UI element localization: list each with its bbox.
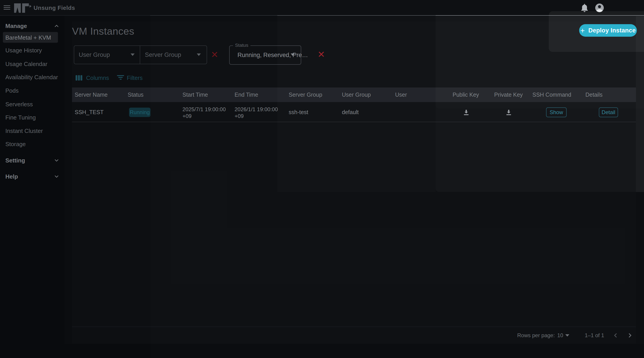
dropdown-arrow-icon bbox=[565, 334, 569, 336]
appbar-divider bbox=[0, 15, 150, 16]
sidebar-section-manage[interactable]: Manage bbox=[5, 23, 59, 30]
cell-server-group: ssh-test bbox=[289, 102, 308, 122]
table-row[interactable]: SSH_TEST Running 2025/7/1 19:00:00+09 20… bbox=[72, 102, 636, 122]
appbar-divider bbox=[436, 15, 644, 16]
user-avatar-icon[interactable] bbox=[594, 3, 605, 13]
filter-icon bbox=[117, 75, 124, 81]
sidebar: Manage BareMetal + KVM Usage History Usa… bbox=[0, 16, 64, 358]
column-header-details: Details bbox=[586, 88, 602, 102]
download-private-key-icon[interactable] bbox=[505, 108, 513, 116]
brand-logo-icon bbox=[14, 3, 32, 13]
server-group-select[interactable]: Server Group bbox=[145, 46, 181, 64]
content-card bbox=[72, 22, 636, 344]
column-header-user: User bbox=[395, 88, 407, 102]
table-header: Server Name Status Start Time End Time S… bbox=[72, 88, 636, 102]
status-select[interactable]: Running, Reserved, Pre… bbox=[238, 46, 308, 65]
previous-page-icon[interactable] bbox=[612, 332, 619, 339]
hamburger-menu-icon[interactable] bbox=[4, 5, 11, 11]
sidebar-item-usage-calendar[interactable]: Usage Calendar bbox=[5, 61, 59, 68]
sidebar-item-baremetal-kvm[interactable]: BareMetal + KVM bbox=[5, 34, 59, 41]
status-field-label: Status bbox=[233, 43, 250, 48]
column-header-server-name: Server Name bbox=[75, 88, 108, 102]
brand-name: Unsung Fields bbox=[34, 0, 75, 16]
page-title: VM Instances bbox=[72, 26, 134, 37]
sidebar-item-usage-history[interactable]: Usage History bbox=[5, 47, 59, 54]
cell-start-time: 2025/7/1 19:00:00+09 bbox=[182, 106, 226, 120]
appbar-divider bbox=[277, 15, 436, 16]
columns-button[interactable]: Columns bbox=[76, 73, 109, 82]
column-header-status: Status bbox=[128, 88, 144, 102]
column-header-ssh-command: SSH Command bbox=[532, 88, 571, 102]
pagination-range: 1–1 of 1 bbox=[585, 331, 604, 339]
dropdown-arrow-icon bbox=[197, 54, 201, 56]
dropdown-arrow-icon bbox=[291, 54, 295, 56]
cell-end-time: 2026/1/1 19:00:00+09 bbox=[234, 106, 278, 120]
filter-divider bbox=[140, 46, 140, 64]
filters-button[interactable]: Filters bbox=[117, 73, 143, 82]
vm-instances-page: Unsung Fields Manage BareMetal + KVM Usa… bbox=[0, 0, 644, 358]
dropdown-arrow-icon bbox=[130, 54, 134, 56]
appbar-divider bbox=[150, 15, 277, 16]
rows-per-page-select[interactable]: 10 bbox=[557, 331, 563, 339]
user-group-select[interactable]: User Group bbox=[79, 46, 110, 64]
pagination-divider bbox=[72, 327, 636, 327]
column-header-end-time: End Time bbox=[234, 88, 258, 102]
column-header-user-group: User Group bbox=[342, 88, 371, 102]
deploy-instance-label: Deploy Instance bbox=[588, 27, 636, 34]
next-page-icon[interactable] bbox=[626, 332, 633, 339]
chevron-up-icon bbox=[54, 23, 60, 29]
sidebar-item-instant-cluster[interactable]: Instant Cluster bbox=[5, 128, 59, 135]
rows-per-page-label: Rows per page: bbox=[517, 331, 555, 339]
cell-server-name: SSH_TEST bbox=[75, 102, 104, 122]
filters-button-label: Filters bbox=[127, 75, 143, 82]
detail-button[interactable]: Detail bbox=[599, 107, 618, 117]
sidebar-section-help[interactable]: Help bbox=[5, 173, 59, 180]
status-badge: Running bbox=[129, 108, 150, 117]
deploy-instance-button[interactable]: + Deploy Instance bbox=[579, 24, 637, 37]
sidebar-item-fine-tuning[interactable]: Fine Tuning bbox=[5, 114, 59, 121]
column-header-private-key: Private Key bbox=[494, 88, 523, 102]
sidebar-item-serverless[interactable]: Serverless bbox=[5, 101, 59, 108]
clear-group-filters-icon[interactable]: ✕ bbox=[211, 50, 218, 59]
clear-status-filter-icon[interactable]: ✕ bbox=[318, 50, 325, 59]
columns-button-label: Columns bbox=[86, 75, 109, 82]
columns-icon bbox=[76, 75, 83, 81]
notifications-bell-icon[interactable] bbox=[580, 3, 590, 13]
sidebar-item-pods[interactable]: Pods bbox=[5, 87, 59, 94]
sidebar-item-storage[interactable]: Storage bbox=[5, 141, 59, 148]
app-bar: Unsung Fields bbox=[0, 0, 644, 16]
sidebar-section-setting[interactable]: Setting bbox=[5, 157, 59, 164]
plus-icon: + bbox=[580, 27, 585, 34]
overlay-zone bbox=[636, 16, 644, 192]
column-header-start-time: Start Time bbox=[182, 88, 208, 102]
bottom-band bbox=[64, 344, 644, 358]
chevron-down-icon bbox=[54, 174, 60, 179]
chevron-down-icon bbox=[54, 158, 60, 163]
download-public-key-icon[interactable] bbox=[462, 108, 470, 116]
column-header-public-key: Public Key bbox=[452, 88, 479, 102]
column-header-server-group: Server Group bbox=[289, 88, 322, 102]
cell-user-group: default bbox=[342, 102, 359, 122]
sidebar-item-availability-calendar[interactable]: Availability Calendar bbox=[5, 74, 59, 81]
show-ssh-command-button[interactable]: Show bbox=[546, 107, 567, 117]
